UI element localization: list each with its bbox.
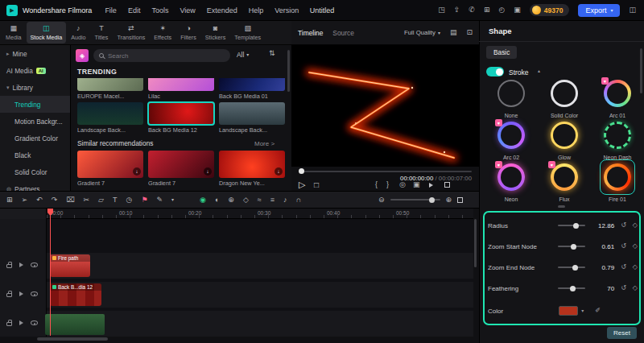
sidebar-item-trending[interactable]: Trending bbox=[0, 96, 70, 113]
media-scrollbar[interactable] bbox=[287, 50, 290, 92]
preview-seekbar[interactable] bbox=[301, 171, 472, 172]
radius-slider[interactable] bbox=[558, 225, 585, 226]
menu-version[interactable]: Version bbox=[275, 6, 299, 14]
search-input[interactable] bbox=[108, 52, 213, 60]
delete-icon[interactable]: ⌧ bbox=[66, 196, 74, 204]
voiceover-icon[interactable]: ♪ bbox=[283, 196, 287, 204]
tab-stock-media[interactable]: ◫Stock Media bbox=[27, 22, 67, 43]
more-tools-icon[interactable]: ▾ bbox=[171, 197, 174, 202]
search-box[interactable] bbox=[93, 49, 230, 62]
more-link[interactable]: More > bbox=[254, 140, 275, 147]
download-icon[interactable]: ↓ bbox=[204, 167, 212, 176]
param-value[interactable]: 0.79 bbox=[592, 264, 614, 271]
menu-edit[interactable]: Edit bbox=[128, 6, 141, 14]
stock-thumb-gradient7-a[interactable]: ↓ bbox=[77, 151, 143, 178]
compare-view-icon[interactable]: ⊡ bbox=[466, 29, 473, 36]
lock-icon[interactable] bbox=[6, 264, 12, 268]
text-tool-icon[interactable]: T bbox=[113, 196, 118, 204]
render-preview-icon[interactable]: ▣ bbox=[413, 181, 420, 188]
sidebar-item-gradient-color[interactable]: Gradient Color bbox=[0, 130, 70, 147]
lock-icon[interactable] bbox=[6, 293, 12, 297]
stock-thumb-back-bg-12-selected[interactable] bbox=[148, 102, 214, 125]
snap-icon[interactable]: ∩ bbox=[296, 196, 301, 204]
stroke-preset-glow[interactable] bbox=[547, 118, 582, 153]
tab-media[interactable]: ▦Media bbox=[2, 22, 26, 43]
preview-canvas[interactable] bbox=[291, 45, 479, 167]
tab-audio[interactable]: ♪Audio bbox=[67, 22, 89, 43]
media-bin-icon[interactable]: ⊞ bbox=[6, 196, 13, 204]
snapshot-icon[interactable]: ◎ bbox=[399, 181, 406, 188]
stroke-preset-none[interactable] bbox=[493, 76, 529, 111]
menu-file[interactable]: File bbox=[105, 6, 117, 14]
mobile-icon[interactable]: ✆ bbox=[469, 6, 475, 14]
sidebar-item-ai-media[interactable]: AI MediaAI bbox=[0, 62, 70, 79]
keyframe-icon[interactable]: ◇ bbox=[633, 285, 638, 291]
tab-filters[interactable]: ◑Filters bbox=[176, 22, 200, 43]
sort-icon[interactable]: ⇅ bbox=[269, 50, 275, 57]
fullscreen-icon[interactable] bbox=[444, 182, 450, 188]
zoom-in-icon[interactable]: ⊕ bbox=[446, 196, 452, 204]
stroke-preset-flux[interactable]: ♥ bbox=[547, 159, 582, 195]
mute-track-icon[interactable] bbox=[19, 320, 23, 325]
stock-provider-icon[interactable]: ◈ bbox=[76, 49, 89, 62]
param-value[interactable]: 70 bbox=[592, 285, 614, 292]
all-filter-dropdown[interactable]: All ▾ bbox=[237, 51, 249, 59]
motion-tracking-icon[interactable]: ⊕ bbox=[228, 196, 234, 204]
hide-track-icon[interactable] bbox=[31, 320, 38, 325]
hide-track-icon[interactable] bbox=[31, 262, 38, 267]
grid-view-icon[interactable]: ▤ bbox=[450, 29, 457, 36]
sidebar-item-motion-backgrounds[interactable]: Motion Backgr... bbox=[0, 113, 70, 130]
stock-thumb-europe[interactable] bbox=[77, 78, 143, 91]
stock-thumb-gradient7-b[interactable]: ↓ bbox=[148, 151, 214, 178]
speed-ramp-icon[interactable]: ≈ bbox=[258, 196, 262, 204]
clip-fire-path[interactable]: Fire path bbox=[50, 254, 90, 277]
eyedropper-icon[interactable]: ✐ bbox=[595, 308, 601, 314]
sidebar-item-library[interactable]: ▾Library bbox=[0, 79, 70, 96]
screen-record-icon[interactable]: ▣ bbox=[514, 6, 521, 14]
keyframe-icon[interactable]: ◇ bbox=[633, 264, 638, 271]
collapse-icon[interactable]: ▴ bbox=[538, 68, 540, 73]
hide-track-icon[interactable] bbox=[31, 291, 38, 296]
timeline-ruler[interactable]: 00:00 00:10 00:20 00:30 00:40 00:50 bbox=[47, 209, 473, 219]
menu-tools[interactable]: Tools bbox=[151, 6, 168, 14]
keyframe-icon[interactable]: ◇ bbox=[633, 222, 638, 229]
crop-icon[interactable]: ▱ bbox=[98, 196, 104, 204]
add-resource-icon[interactable]: ⊞ bbox=[484, 6, 490, 14]
zoom-out-icon[interactable]: ⊖ bbox=[378, 196, 385, 204]
redo-icon[interactable]: ↷ bbox=[52, 196, 58, 204]
mark-in-icon[interactable]: { bbox=[375, 181, 378, 188]
quality-dropdown[interactable]: Full Quality ▾ bbox=[404, 29, 440, 36]
timeline-vscrollbar[interactable] bbox=[474, 219, 477, 267]
tab-titles[interactable]: TTitles bbox=[91, 22, 113, 43]
mark-out-icon[interactable]: } bbox=[386, 181, 389, 188]
mute-track-icon[interactable] bbox=[19, 291, 23, 296]
select-tool-icon[interactable]: ➢ bbox=[22, 196, 28, 204]
clip-back-bg-media-12[interactable]: Back B...dia 12 bbox=[50, 283, 101, 306]
stroke-preset-solid-color[interactable] bbox=[547, 76, 582, 111]
preview-tab-source[interactable]: Source bbox=[332, 29, 354, 37]
menu-view[interactable]: View bbox=[180, 6, 195, 14]
sidebar-item-mine[interactable]: ▸Mine bbox=[0, 45, 70, 62]
speed-icon[interactable]: ◷ bbox=[126, 196, 133, 204]
fit-timeline-icon[interactable] bbox=[457, 197, 463, 203]
color-swatch[interactable] bbox=[559, 306, 578, 316]
undo-icon[interactable]: ↶ bbox=[36, 196, 43, 204]
stock-thumb-landscape-2[interactable] bbox=[219, 102, 285, 125]
workspace-layout-icon[interactable]: ◫ bbox=[629, 6, 636, 14]
keyframe-icon[interactable]: ◇ bbox=[633, 243, 638, 250]
play-button[interactable]: ▷ bbox=[299, 180, 305, 189]
download-icon[interactable]: ↓ bbox=[133, 167, 141, 176]
clip-audio[interactable] bbox=[45, 314, 105, 335]
stroke-preset-neon[interactable]: ♥ bbox=[493, 159, 529, 195]
zoom-slider[interactable] bbox=[390, 199, 440, 200]
zoom-end-node-slider[interactable] bbox=[558, 267, 585, 268]
stroke-preset-fire-01-selected[interactable] bbox=[600, 159, 635, 195]
preview-tab-timeline[interactable]: Timeline bbox=[298, 29, 323, 37]
stroke-preset-arc-02[interactable]: ♥ bbox=[493, 118, 529, 153]
menu-extended[interactable]: Extended bbox=[207, 6, 237, 14]
history-icon[interactable]: ◴ bbox=[498, 6, 505, 14]
mask-icon[interactable]: ◐ bbox=[215, 196, 219, 204]
preview-seek-knob[interactable] bbox=[299, 168, 304, 174]
marker-icon[interactable]: ⚑ bbox=[141, 196, 147, 204]
panel-drag-handle[interactable] bbox=[558, 205, 565, 208]
